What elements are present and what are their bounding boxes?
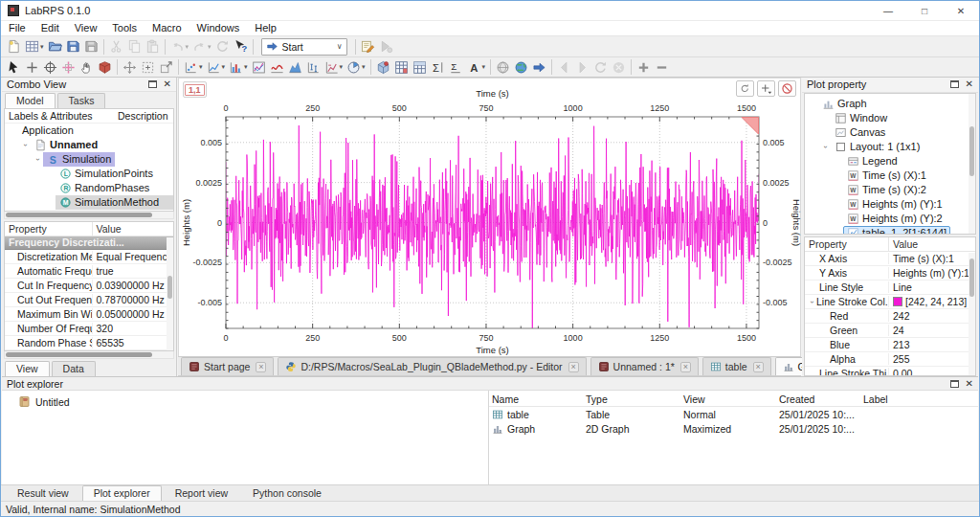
nav-stop-button[interactable] — [610, 57, 628, 77]
vertical-scrollbar[interactable] — [167, 237, 173, 350]
tree-item-unnamed[interactable]: ›Unnamed — [5, 138, 173, 152]
property-row-random-phase-seed[interactable]: Random Phase Seed65535 — [5, 336, 173, 350]
explorer-row-graph[interactable]: Graph2D GraphMaximized25/01/2025 10:... — [489, 421, 978, 436]
tab-close-button[interactable]: × — [753, 362, 764, 372]
property-row-line-stroke-thi[interactable]: Line Stroke Thi...0.00 — [805, 367, 975, 376]
menu-view[interactable]: View — [67, 21, 105, 35]
close-panel-icon[interactable]: ✕ — [966, 379, 973, 389]
column-header-type[interactable]: Type — [583, 393, 680, 405]
menu-file[interactable]: File — [1, 21, 33, 35]
float-panel-icon[interactable] — [950, 80, 959, 88]
property-row-discretization-met[interactable]: Discretization Met...Equal Frequency — [5, 250, 173, 264]
web-page-button[interactable] — [494, 57, 512, 77]
property-row-line-stroke-col[interactable]: ›Line Stroke Col...[242, 24, 213] (... — [805, 295, 975, 309]
tree-item-time-s-x-1[interactable]: WTime (s) (X):1 — [805, 169, 975, 183]
property-row-cut-out-frequency[interactable]: Cut Out Frequency0.78700000 Hz — [5, 293, 173, 307]
property-row-line-style[interactable]: Line StyleLine — [805, 281, 975, 295]
float-panel-icon[interactable] — [148, 80, 157, 88]
menu-windows[interactable]: Windows — [189, 21, 248, 35]
tab-close-button[interactable]: × — [568, 362, 579, 372]
property-row-number-of-freque[interactable]: Number Of Freque...320 — [5, 322, 173, 336]
tree-item-simulationpoints[interactable]: LSimulationPoints — [5, 167, 173, 181]
tree-item-graph[interactable]: Graph — [805, 97, 975, 111]
copy-button[interactable] — [125, 37, 144, 56]
tree-item-time-s-x-2[interactable]: WTime (s) (X):2 — [805, 183, 975, 197]
tab-close-button[interactable]: × — [256, 362, 266, 372]
sum-rows-button[interactable]: Σ — [447, 57, 465, 77]
select-pointer-button[interactable] — [5, 57, 23, 77]
close-panel-icon[interactable]: ✕ — [164, 79, 171, 89]
zoom-in-button[interactable] — [635, 57, 653, 77]
table-select-button[interactable] — [411, 57, 429, 77]
plot-3d-hex-button[interactable] — [374, 57, 392, 77]
maximize-button[interactable]: □ — [906, 1, 943, 21]
nav-back-button[interactable] — [555, 57, 573, 77]
doc-tab-start-page[interactable]: Start page× — [181, 357, 274, 375]
property-row-green[interactable]: Green24 — [805, 324, 975, 338]
tree-item-application[interactable]: Application — [5, 124, 173, 138]
doc-tab-table[interactable]: table× — [702, 357, 771, 375]
expand-chevron-icon[interactable]: › — [808, 297, 816, 306]
column-header-view[interactable]: View — [680, 393, 776, 405]
disable-tools-button[interactable] — [778, 80, 796, 97]
plot-multi-button[interactable] — [250, 57, 268, 77]
snap-cross-button[interactable] — [59, 57, 78, 77]
move-items-button[interactable] — [121, 57, 139, 77]
expand-chevron-icon[interactable]: › — [21, 140, 30, 150]
cut-button[interactable] — [107, 37, 125, 56]
plot-scatter-button[interactable]: ▾ — [182, 57, 205, 77]
property-row-y-axis[interactable]: Y AxisHeights (m) (Y):1 — [805, 266, 975, 281]
target-button[interactable] — [41, 57, 59, 77]
whats-this-button[interactable]: ? — [232, 37, 250, 56]
open-button[interactable] — [46, 37, 64, 56]
bottom-tab-result-view[interactable]: Result view — [6, 485, 80, 501]
workbench-selector[interactable]: Start∨ — [261, 38, 347, 56]
plot-3d-table-button[interactable] — [392, 57, 411, 77]
property-row-cut-in-frequency[interactable]: Cut In Frequency0.03900000 Hz — [5, 279, 173, 293]
explorer-row-table[interactable]: tableTableNormal25/01/2025 10:... — [489, 407, 978, 421]
sum-columns-button[interactable]: Σ — [429, 57, 447, 77]
tree-item-heights-m-y-1[interactable]: WHeights (m) (Y):1 — [805, 197, 975, 212]
web-browser-button[interactable] — [512, 57, 530, 77]
property-row-blue[interactable]: Blue213 — [805, 338, 975, 352]
tree-item-legend[interactable]: Legend — [805, 154, 975, 169]
plot-area-button[interactable] — [286, 57, 304, 77]
tree-item-window[interactable]: Window — [805, 111, 975, 125]
column-header-label[interactable]: Label — [860, 393, 978, 405]
save-button[interactable] — [64, 37, 82, 56]
new-file-button[interactable] — [5, 37, 23, 56]
horizontal-scrollbar[interactable] — [4, 351, 174, 359]
property-group-header[interactable]: Frequency Discretizati... — [5, 236, 173, 250]
tab-data[interactable]: Data — [52, 361, 96, 376]
zoom-out-button[interactable] — [653, 57, 671, 77]
explorer-item-untitled[interactable]: Untitled — [2, 395, 488, 408]
add-text-button[interactable]: A▾ — [465, 57, 488, 77]
plot-pie-button[interactable]: ▾ — [345, 57, 368, 77]
tree-item-simulationmethod[interactable]: MSimulationMethod — [5, 195, 173, 210]
nav-refresh-button[interactable] — [591, 57, 610, 77]
float-panel-icon[interactable] — [950, 380, 959, 388]
macro-run-button[interactable] — [377, 37, 395, 56]
minimize-button[interactable]: — — [870, 1, 906, 21]
tab-close-button[interactable]: × — [680, 362, 691, 372]
menu-macro[interactable]: Macro — [145, 21, 189, 35]
column-header-created[interactable]: Created — [776, 393, 860, 405]
plot-errorbar-button[interactable] — [304, 57, 323, 77]
doc-tab-unnamed-1[interactable]: Unnamed : 1*× — [590, 357, 699, 375]
bottom-tab-report-view[interactable]: Report view — [164, 485, 239, 501]
refresh-button[interactable] — [213, 37, 232, 56]
bottom-tab-python-console[interactable]: Python console — [241, 485, 333, 501]
menu-help[interactable]: Help — [247, 21, 284, 35]
tree-item-table-1-2-1-6144[interactable]: table_1_2[1:6144] — [805, 226, 975, 235]
crosshair-mode-button[interactable] — [757, 80, 775, 97]
plot-canvas[interactable]: 0025025050050075075010001000125012501500… — [178, 78, 801, 356]
tab-view[interactable]: View — [5, 361, 50, 376]
menu-edit[interactable]: Edit — [33, 21, 67, 35]
tree-item-heights-m-y-2[interactable]: WHeights (m) (Y):2 — [805, 212, 975, 226]
undo-button[interactable]: ▾ — [168, 37, 191, 56]
tree-item-simulation[interactable]: ›SSimulation — [5, 152, 173, 167]
go-button[interactable] — [530, 57, 548, 77]
tab-model[interactable]: Model — [5, 93, 56, 108]
close-button[interactable]: ✕ — [943, 1, 979, 21]
vertical-scrollbar[interactable] — [969, 253, 975, 375]
